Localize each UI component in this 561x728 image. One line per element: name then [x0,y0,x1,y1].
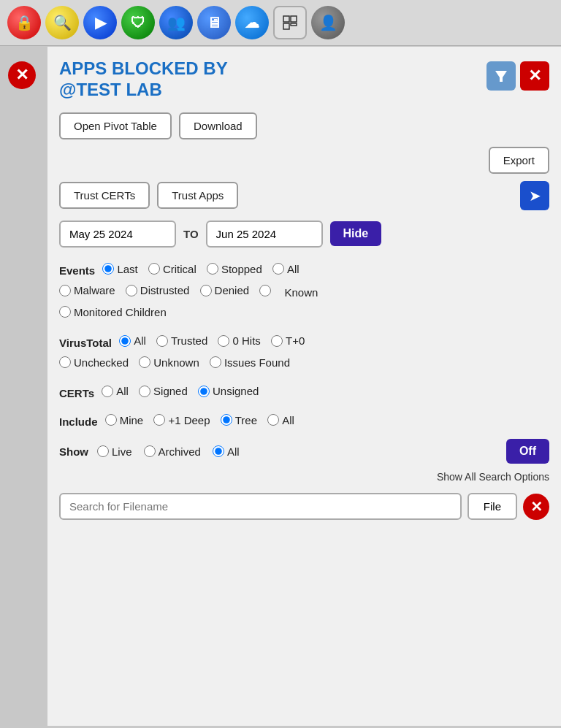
include-label: Include [59,415,98,428]
certs-unsigned[interactable]: Unsigned [198,381,259,401]
date-range-row: TO Hide [59,221,549,248]
certs-all[interactable]: All [102,381,129,401]
toolbar: 🔒 🔍 ▶ 🛡 👥 🖥 ☁ 👤 [0,0,561,46]
panel-close-button[interactable]: ✕ [520,61,549,91]
certs-label: CERTs [59,387,94,399]
events-monitored-children[interactable]: Monitored Children [59,302,167,322]
export-button[interactable]: Export [489,147,549,174]
trust-apps-button[interactable]: Trust Apps [157,182,238,209]
vt-issues-found[interactable]: Issues Found [210,353,290,372]
left-sidebar: ✕ [0,47,44,89]
off-button[interactable]: Off [506,439,549,464]
include-tree[interactable]: Tree [221,410,257,430]
search-close-button[interactable]: ✕ [523,494,549,520]
events-all[interactable]: All [272,259,299,279]
show-all-search-link[interactable]: Show All Search Options [59,471,549,483]
events-known-radio[interactable] [259,285,274,296]
cloud-icon[interactable]: ☁ [235,6,269,39]
sidebar-close-button[interactable]: ✕ [8,61,36,89]
vt-t0[interactable]: T+0 [271,331,305,350]
export-row: Export [59,147,549,174]
file-button[interactable]: File [468,493,517,520]
monitor-icon[interactable]: 🖥 [197,6,231,39]
events-stopped[interactable]: Stopped [207,259,262,279]
svg-rect-3 [291,23,297,26]
show-label: Show [59,442,88,461]
include-1deep[interactable]: +1 Deep [153,410,210,430]
virustotal-section: VirusTotal All Trusted 0 Hits T+0 Unchec… [59,331,549,374]
show-archived[interactable]: Archived [144,442,201,461]
main-buttons-row: Open Pivot Table Download [59,112,549,139]
search-filename-input[interactable] [59,493,462,520]
grid-icon[interactable] [273,6,307,39]
vt-all[interactable]: All [119,331,146,350]
download-button[interactable]: Download [179,112,257,139]
svg-rect-1 [291,16,297,22]
show-section: Show Live Archived All Off [59,439,549,464]
events-malware[interactable]: Malware [59,280,115,300]
search-icon[interactable]: 🔍 [45,6,79,39]
vt-unknown[interactable]: Unknown [139,353,199,372]
events-denied[interactable]: Denied [200,280,250,300]
arrow-button[interactable]: ➤ [520,181,549,210]
trust-row: Trust CERTs Trust Apps ➤ [59,181,549,210]
virustotal-label: VirusTotal [59,337,112,349]
person-icon[interactable]: 👤 [311,6,345,39]
include-all[interactable]: All [267,410,294,430]
lock-icon[interactable]: 🔒 [7,6,41,39]
events-distrusted[interactable]: Distrusted [126,280,190,300]
users-icon[interactable]: 👥 [159,6,193,39]
show-all[interactable]: All [213,442,240,461]
vt-0hits[interactable]: 0 Hits [218,331,260,350]
funnel-button[interactable] [486,61,516,91]
events-last[interactable]: Last [102,259,137,279]
main-panel: APPS BLOCKED BY @TEST LAB ✕ Open Pivot T… [47,47,561,726]
svg-rect-0 [283,16,289,22]
svg-rect-2 [283,23,289,29]
play-icon[interactable]: ▶ [83,6,117,39]
date-from-input[interactable] [59,221,176,248]
date-to-input[interactable] [206,221,323,248]
trust-certs-button[interactable]: Trust CERTs [59,182,150,209]
events-section: Events Last Critical Stopped All Malware… [59,259,549,324]
hide-button[interactable]: Hide [330,221,382,246]
panel-title: APPS BLOCKED BY @TEST LAB [59,58,486,101]
certs-section: CERTs All Signed Unsigned [59,381,549,403]
search-row: File ✕ [59,493,549,520]
events-critical[interactable]: Critical [148,259,196,279]
certs-signed[interactable]: Signed [139,381,188,401]
vt-trusted[interactable]: Trusted [156,331,207,350]
to-label: TO [183,228,199,240]
vt-unchecked[interactable]: Unchecked [59,353,129,372]
include-section: Include Mine +1 Deep Tree All [59,410,549,432]
header-controls: ✕ [486,61,549,91]
events-known-label: Known [284,286,318,299]
shield-icon[interactable]: 🛡 [121,6,155,39]
show-live[interactable]: Live [97,442,132,461]
open-pivot-table-button[interactable]: Open Pivot Table [59,112,172,139]
include-mine[interactable]: Mine [105,410,144,430]
arrow-icon: ➤ [529,187,541,204]
svg-marker-4 [495,71,507,82]
events-label: Events [59,264,95,277]
panel-header: APPS BLOCKED BY @TEST LAB ✕ [59,58,549,101]
